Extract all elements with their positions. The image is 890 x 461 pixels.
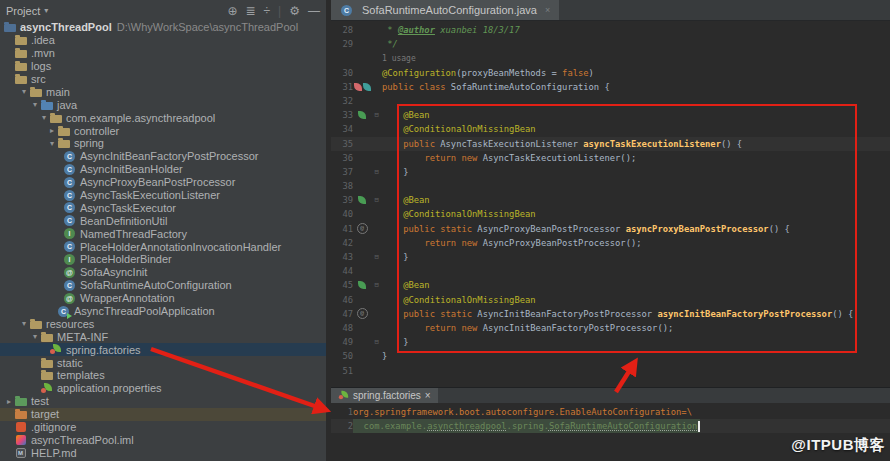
- code-line-48[interactable]: 48 return new AsyncInitBeanFactoryPostPr…: [331, 321, 890, 335]
- spring-bean-icon[interactable]: [358, 111, 366, 119]
- tree-item-sofaruntimeautoconfiguration[interactable]: SofaRuntimeAutoConfiguration: [0, 279, 326, 292]
- line-number[interactable]: 29: [331, 37, 353, 51]
- bean-method-icon[interactable]: @: [357, 308, 368, 319]
- code-line-28[interactable]: 28 * @author xuanbei 18/3/17: [331, 23, 890, 37]
- tree-item-asyncproxybeanpostprocessor[interactable]: AsyncProxyBeanPostProcessor: [0, 176, 326, 189]
- tab-sofaruntimeautoconfiguration[interactable]: SofaRuntimeAutoConfiguration.java ×: [331, 0, 559, 20]
- tree-item-help-md[interactable]: HELP.md: [0, 446, 326, 459]
- line-number[interactable]: 31: [331, 80, 353, 94]
- line-number[interactable]: 28: [331, 23, 353, 37]
- code-line-49[interactable]: 49⊟ }: [331, 335, 890, 349]
- code-line-1[interactable]: 1org.springframework.boot.autoconfigure.…: [331, 405, 890, 419]
- code-line-42[interactable]: 42 return new AsyncProxyBeanPostProcesso…: [331, 236, 890, 250]
- tree-item-static[interactable]: static: [0, 356, 326, 369]
- bean-method-icon[interactable]: @: [357, 223, 368, 234]
- fold-marker[interactable]: ⊟: [371, 108, 382, 122]
- spring-bean-icon[interactable]: [354, 83, 362, 91]
- collapse-all-icon[interactable]: ÷: [264, 4, 271, 18]
- tree-item--mvn[interactable]: .mvn: [0, 47, 326, 60]
- spring-bean-icon[interactable]: [358, 196, 366, 204]
- tree-item-spring[interactable]: ▾spring: [0, 137, 326, 150]
- line-number[interactable]: 46: [331, 293, 353, 307]
- close-icon[interactable]: ×: [545, 5, 550, 15]
- settings-gear-icon[interactable]: ⚙: [289, 4, 300, 18]
- code-line-50[interactable]: 50}: [331, 349, 890, 363]
- chevron-right-icon[interactable]: ▸: [4, 397, 14, 406]
- code-line-inlay[interactable]: 1 usage: [331, 51, 890, 65]
- code-line-30[interactable]: 30@Configuration(proxyBeanMethods = fals…: [331, 66, 890, 80]
- line-number[interactable]: 41: [331, 222, 353, 236]
- line-number[interactable]: 45: [331, 278, 353, 292]
- line-number[interactable]: 36: [331, 151, 353, 165]
- line-number[interactable]: 33: [331, 108, 353, 122]
- tree-item-resources[interactable]: ▾resources: [0, 317, 326, 330]
- code-line-47[interactable]: 47@ public static AsyncInitBeanFactoryPo…: [331, 307, 890, 321]
- usages-inlay[interactable]: 1 usage: [382, 54, 416, 63]
- locate-file-icon[interactable]: ⊕: [227, 4, 237, 18]
- code-line-45[interactable]: 45⊟ @Bean: [331, 278, 890, 292]
- code-line-37[interactable]: 37⊟ }: [331, 165, 890, 179]
- tree-item-logs[interactable]: logs: [0, 60, 326, 73]
- tree-item-sofaasyncinit[interactable]: SofaAsyncInit: [0, 266, 326, 279]
- tree-item-asyncinitbeanholder[interactable]: AsyncInitBeanHolder: [0, 163, 326, 176]
- line-number[interactable]: 39: [331, 193, 353, 207]
- line-number[interactable]: 42: [331, 236, 353, 250]
- tree-item-java[interactable]: ▾java: [0, 98, 326, 111]
- tree-item-namedthreadfactory[interactable]: NamedThreadFactory: [0, 227, 326, 240]
- code-line-46[interactable]: 46 @ConditionalOnMissingBean: [331, 293, 890, 307]
- line-number[interactable]: 51: [331, 364, 353, 378]
- tree-item-controller[interactable]: ▸controller: [0, 124, 326, 137]
- line-number[interactable]: 32: [331, 94, 353, 108]
- tree-item-application-properties[interactable]: application.properties: [0, 382, 326, 395]
- line-number[interactable]: 1: [331, 405, 353, 419]
- code-line-35[interactable]: 35 public AsyncTaskExecutionListener asy…: [331, 137, 890, 151]
- tree-item-placeholderannotationinvocationhandler[interactable]: PlaceHolderAnnotationInvocationHandler: [0, 240, 326, 253]
- tree-item-asynctaskexecutor[interactable]: AsyncTaskExecutor: [0, 201, 326, 214]
- tree-item-templates[interactable]: templates: [0, 369, 326, 382]
- code-line-41[interactable]: 41@ public static AsyncProxyBeanPostProc…: [331, 222, 890, 236]
- code-line-44[interactable]: 44: [331, 264, 890, 278]
- line-number[interactable]: 48: [331, 321, 353, 335]
- spring-bean-icon[interactable]: [363, 83, 371, 91]
- chevron-down-icon[interactable]: ▾: [19, 87, 29, 96]
- tree-item-test[interactable]: ▸test: [0, 395, 326, 408]
- line-number[interactable]: 2: [331, 419, 353, 433]
- code-line-31[interactable]: 31public class SofaRuntimeAutoConfigurat…: [331, 80, 890, 94]
- tab-spring-factories[interactable]: spring.factories ×: [331, 388, 438, 403]
- chevron-down-icon[interactable]: ▾: [39, 113, 49, 122]
- spring-bean-icon[interactable]: [358, 281, 366, 289]
- line-number[interactable]: 47: [331, 307, 353, 321]
- tree-item-asyncthreadpoolapplication[interactable]: AsyncThreadPoolApplication: [0, 305, 326, 318]
- line-number[interactable]: 37: [331, 165, 353, 179]
- tree-item-src[interactable]: src: [0, 73, 326, 86]
- close-icon[interactable]: ×: [425, 390, 431, 401]
- code-line-2[interactable]: 2 com.example.asyncthreadpool.spring.Sof…: [331, 419, 890, 433]
- chevron-right-icon[interactable]: ▸: [47, 126, 57, 135]
- code-line-40[interactable]: 40 @ConditionalOnMissingBean: [331, 207, 890, 221]
- code-editor[interactable]: 28 * @author xuanbei 18/3/1729 */1 usage…: [331, 21, 890, 387]
- line-number[interactable]: 43: [331, 250, 353, 264]
- chevron-down-icon[interactable]: ▾: [30, 332, 40, 341]
- code-line-29[interactable]: 29 */: [331, 37, 890, 51]
- tree-item-meta-inf[interactable]: ▾META-INF: [0, 330, 326, 343]
- tree-item-spring-factories[interactable]: spring.factories: [0, 343, 326, 356]
- fold-marker[interactable]: ⊟: [371, 193, 382, 207]
- code-line-39[interactable]: 39⊟ @Bean: [331, 193, 890, 207]
- line-number[interactable]: 50: [331, 349, 353, 363]
- fold-marker[interactable]: ⊟: [371, 335, 382, 349]
- tree-item--idea[interactable]: .idea: [0, 34, 326, 47]
- tree-item-beandefinitionutil[interactable]: BeanDefinitionUtil: [0, 214, 326, 227]
- chevron-down-icon[interactable]: ▾: [30, 100, 40, 109]
- line-number[interactable]: 38: [331, 179, 353, 193]
- tree-item-asyncinitbeanfactorypostprocessor[interactable]: AsyncInitBeanFactoryPostProcessor: [0, 150, 326, 163]
- line-number[interactable]: 35: [331, 137, 353, 151]
- code-line-43[interactable]: 43⊟ }: [331, 250, 890, 264]
- fold-marker[interactable]: ⊟: [371, 278, 382, 292]
- line-number[interactable]: 44: [331, 264, 353, 278]
- code-line-32[interactable]: 32: [331, 94, 890, 108]
- fold-marker[interactable]: ⊟: [371, 165, 382, 179]
- tree-item-asyncthreadpool-iml[interactable]: asyncThreadPool.iml: [0, 434, 326, 447]
- chevron-down-icon[interactable]: ▾: [47, 139, 57, 148]
- tree-item-wrapperannotation[interactable]: WrapperAnnotation: [0, 292, 326, 305]
- tree-item-placeholderbinder[interactable]: PlaceHolderBinder: [0, 253, 326, 266]
